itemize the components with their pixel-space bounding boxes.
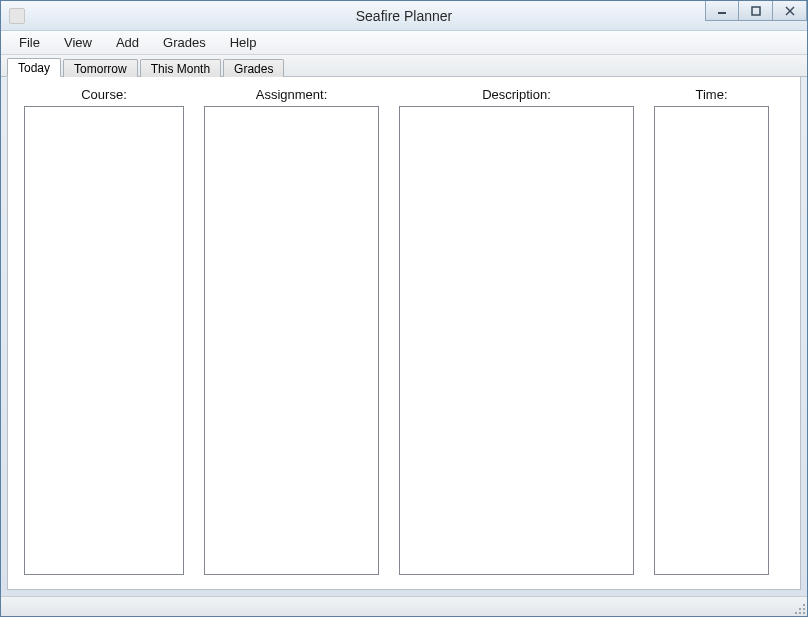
menu-add[interactable]: Add xyxy=(104,33,151,52)
app-window: Seafire Planner File View Add Grades Hel… xyxy=(0,0,808,617)
minimize-icon xyxy=(717,6,727,16)
column-course: Course: xyxy=(24,87,184,575)
titlebar[interactable]: Seafire Planner xyxy=(1,1,807,31)
tab-tomorrow[interactable]: Tomorrow xyxy=(63,59,138,77)
menu-help[interactable]: Help xyxy=(218,33,269,52)
listbox-description[interactable] xyxy=(399,106,634,575)
header-description: Description: xyxy=(399,87,634,102)
resize-grip[interactable] xyxy=(791,600,805,614)
listbox-time[interactable] xyxy=(654,106,769,575)
svg-rect-1 xyxy=(752,7,760,15)
column-description: Description: xyxy=(399,87,634,575)
close-icon xyxy=(785,6,795,16)
header-course: Course: xyxy=(24,87,184,102)
statusbar xyxy=(1,596,807,616)
window-controls xyxy=(705,1,807,21)
header-assignment: Assignment: xyxy=(204,87,379,102)
window-title: Seafire Planner xyxy=(1,8,807,24)
menu-view[interactable]: View xyxy=(52,33,104,52)
menubar: File View Add Grades Help xyxy=(1,31,807,55)
tab-this-month[interactable]: This Month xyxy=(140,59,221,77)
app-icon xyxy=(9,8,25,24)
listbox-course[interactable] xyxy=(24,106,184,575)
maximize-icon xyxy=(751,6,761,16)
column-assignment: Assignment: xyxy=(204,87,379,575)
tabstrip: Today Tomorrow This Month Grades xyxy=(1,55,807,77)
header-time: Time: xyxy=(654,87,769,102)
menu-grades[interactable]: Grades xyxy=(151,33,218,52)
maximize-button[interactable] xyxy=(739,1,773,21)
close-button[interactable] xyxy=(773,1,807,21)
client-area: Course: Assignment: Description: Time: xyxy=(7,77,801,590)
tab-today[interactable]: Today xyxy=(7,58,61,77)
minimize-button[interactable] xyxy=(705,1,739,21)
column-time: Time: xyxy=(654,87,769,575)
listbox-assignment[interactable] xyxy=(204,106,379,575)
tab-grades[interactable]: Grades xyxy=(223,59,284,77)
menu-file[interactable]: File xyxy=(7,33,52,52)
